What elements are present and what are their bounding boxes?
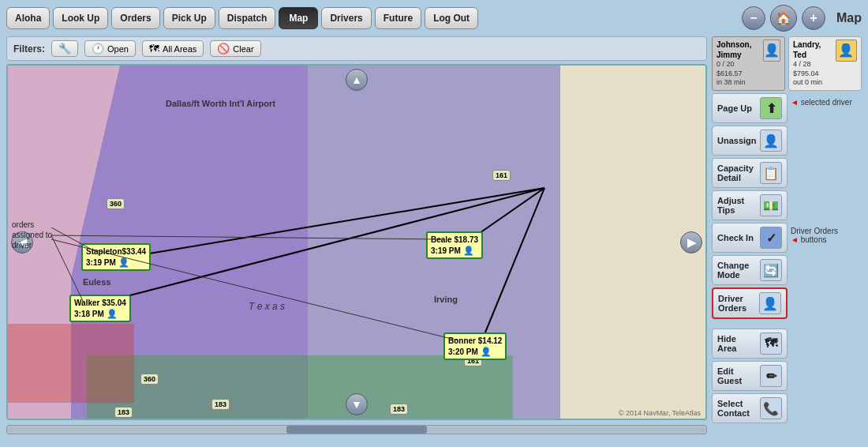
zoom-in-button[interactable]: + xyxy=(802,6,825,30)
capacity-detail-icon: 📋 xyxy=(760,162,782,184)
order-box-walker[interactable]: Walker $35.043:18 PM 👤 xyxy=(69,295,131,322)
irving-label: Irving xyxy=(434,295,458,304)
map-container[interactable]: Dallas/ft Worth Int'l Airport Euless Irv… xyxy=(6,64,707,420)
driver-orders-button[interactable]: Driver Orders 👤 xyxy=(712,287,788,319)
page-up-label: Page Up xyxy=(717,103,752,113)
center-panel: Filters: 🔧 🕐 Open 🗺 All Areas 🚫 Clear xyxy=(6,36,707,434)
hide-area-label: Hide Area xyxy=(717,334,757,353)
change-mode-button[interactable]: Change Mode 🔄 xyxy=(712,255,788,285)
edit-guest-button[interactable]: Edit Guest ✏ xyxy=(712,361,788,391)
road-183-3: 183 xyxy=(390,404,408,415)
hide-area-button[interactable]: Hide Area 🗺 xyxy=(712,329,788,359)
driver-orders-label: Driver Orders xyxy=(718,294,756,313)
check-in-button[interactable]: Check In ✓ xyxy=(712,223,788,253)
nav-btn-pickup[interactable]: Pick Up xyxy=(163,7,215,29)
unassign-label: Unassign xyxy=(717,136,757,145)
map-arrow-down[interactable]: ▼ xyxy=(346,393,368,415)
road-183-1: 183 xyxy=(114,407,133,418)
check-in-icon: ✓ xyxy=(760,227,782,249)
driver-amount-johnson: $616.57 xyxy=(716,69,763,79)
clock-icon: 🕐 xyxy=(92,43,104,54)
filter-areas-button[interactable]: 🗺 All Areas xyxy=(142,40,204,57)
order-box-beale[interactable]: Beale $18.733:19 PM 👤 xyxy=(426,231,483,259)
nav-btn-orders[interactable]: Orders xyxy=(111,7,159,29)
map-title: Map xyxy=(836,11,862,25)
unassign-button[interactable]: Unassign 👤 xyxy=(712,126,788,156)
driver-photo-johnson: 👤 xyxy=(763,39,780,62)
driver-orders-annotation: Driver Orders ◄ buttons xyxy=(791,227,862,244)
filter-wrench-button[interactable]: 🔧 xyxy=(51,40,78,57)
sidebar-buttons-column: Page Up ⬆ Unassign 👤 Capacity Detail 📋 A… xyxy=(712,93,788,423)
map-arrow-up[interactable]: ▲ xyxy=(346,69,368,91)
road-183-2: 183 xyxy=(211,399,230,410)
adjust-tips-button[interactable]: Adjust Tips 💵 xyxy=(712,190,788,220)
map-copyright: © 2014 NavMar, TeleAtlas xyxy=(619,409,701,417)
map-scrollbar[interactable] xyxy=(6,425,707,434)
filter-open-button[interactable]: 🕐 Open xyxy=(84,40,136,57)
hide-area-icon: 🗺 xyxy=(760,332,782,355)
change-mode-label: Change Mode xyxy=(717,261,757,280)
airport-label: Dallas/ft Worth Int'l Airport xyxy=(166,99,275,108)
driver-name-landry: Landry, Ted xyxy=(793,39,836,60)
nav-btn-aloha[interactable]: Aloha xyxy=(6,7,50,29)
check-in-label: Check In xyxy=(717,233,754,242)
change-mode-icon: 🔄 xyxy=(760,259,782,281)
zone-green xyxy=(87,355,513,419)
top-navigation: Aloha Look Up Orders Pick Up Dispatch Ma… xyxy=(0,0,868,36)
road-161-1: 161 xyxy=(492,170,511,181)
map-background: Dallas/ft Worth Int'l Airport Euless Irv… xyxy=(8,66,705,419)
areas-label: All Areas xyxy=(163,44,196,54)
unassign-icon: 👤 xyxy=(760,130,782,152)
capacity-detail-label: Capacity Detail xyxy=(717,163,757,182)
order-box-bonner[interactable]: Bonner $14.123:20 PM 👤 xyxy=(443,332,507,360)
annotations-column: ◄ selected driver Driver Orders ◄ button… xyxy=(791,93,862,423)
driver-orders-landry: 4 / 28 xyxy=(793,60,836,69)
nav-btn-logout[interactable]: Log Out xyxy=(425,7,478,29)
clear-icon: 🚫 xyxy=(217,43,230,54)
driver-orders-icon: 👤 xyxy=(759,292,781,314)
page-up-icon: ⬆ xyxy=(760,97,782,119)
sidebar-buttons-area: Page Up ⬆ Unassign 👤 Capacity Detail 📋 A… xyxy=(712,93,862,423)
driver-card-johnson[interactable]: Johnson, Jimmy 0 / 20 $616.57 in 38 min … xyxy=(712,36,785,91)
selected-driver-annotation: ◄ selected driver xyxy=(791,98,862,107)
edit-guest-label: Edit Guest xyxy=(717,366,757,385)
texas-label: T e x a s xyxy=(249,301,285,312)
nav-btn-lookup[interactable]: Look Up xyxy=(53,7,108,29)
driver-eta-johnson: in 38 min xyxy=(716,78,763,88)
filters-label: Filters: xyxy=(13,43,45,54)
zoom-out-button[interactable]: − xyxy=(742,6,765,30)
driver-card-landry[interactable]: Landry, Ted 4 / 28 $795.04 out 0 min 👤 xyxy=(788,36,862,91)
home-button[interactable]: 🏠 xyxy=(770,5,797,32)
euless-label: Euless xyxy=(83,277,110,287)
filter-clear-button[interactable]: 🚫 Clear xyxy=(210,40,260,57)
right-sidebar: Johnson, Jimmy 0 / 20 $616.57 in 38 min … xyxy=(712,36,862,434)
edit-guest-icon: ✏ xyxy=(760,365,782,387)
nav-btn-future[interactable]: Future xyxy=(375,7,421,29)
open-label: Open xyxy=(107,44,129,54)
map-arrow-right[interactable]: ▶ xyxy=(680,231,702,254)
nav-btn-map[interactable]: Map xyxy=(279,7,318,29)
select-contact-label: Select Contact xyxy=(717,399,757,418)
road-360-2: 360 xyxy=(140,374,159,385)
driver-amount-landry: $795.04 xyxy=(793,69,836,79)
adjust-tips-icon: 💵 xyxy=(760,194,782,216)
capacity-detail-button[interactable]: Capacity Detail 📋 xyxy=(712,158,788,188)
order-box-stapleton[interactable]: Stapleton$33.443:19 PM 👤 xyxy=(81,243,151,271)
select-contact-icon: 📞 xyxy=(760,397,782,419)
select-contact-button[interactable]: Select Contact 📞 xyxy=(712,393,788,423)
map-zoom-controls: − 🏠 + Map xyxy=(742,5,862,32)
driver-eta-landry: out 0 min xyxy=(793,78,836,88)
orders-assigned-annotation: ordersassigned todriver xyxy=(12,220,52,250)
adjust-tips-label: Adjust Tips xyxy=(717,196,757,215)
nav-btn-dispatch[interactable]: Dispatch xyxy=(219,7,276,29)
road-360-1: 360 xyxy=(107,198,125,209)
main-layout: Filters: 🔧 🕐 Open 🗺 All Areas 🚫 Clear xyxy=(0,36,868,439)
zone-red xyxy=(8,324,134,403)
map-scrollbar-thumb xyxy=(286,426,426,434)
nav-btn-drivers[interactable]: Drivers xyxy=(321,7,371,29)
wrench-icon: 🔧 xyxy=(58,43,71,54)
page-up-button[interactable]: Page Up ⬆ xyxy=(712,93,788,123)
driver-cards-row: Johnson, Jimmy 0 / 20 $616.57 in 38 min … xyxy=(712,36,862,91)
driver-orders-johnson: 0 / 20 xyxy=(716,60,763,69)
driver-photo-landry: 👤 xyxy=(836,39,857,62)
